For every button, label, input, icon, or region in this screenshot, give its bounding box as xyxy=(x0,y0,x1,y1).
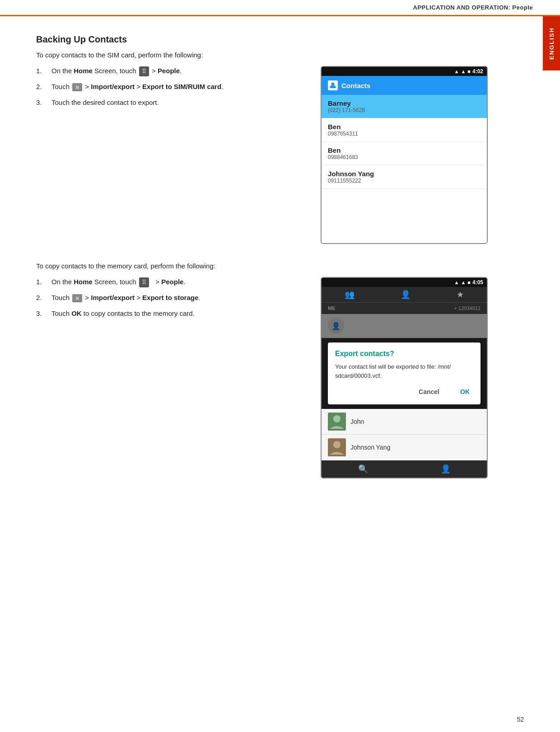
contact-phone: 09111555222 xyxy=(328,178,481,184)
step-num: 2. xyxy=(36,293,47,303)
bold-export-storage: Export to storage xyxy=(142,294,198,301)
step-text: Touch OK to copy contacts to the memory … xyxy=(51,309,307,319)
section2-steps-list: 1. On the Home Screen, touch > People. 2… xyxy=(36,277,307,319)
person-add-nav-icon: 👤 xyxy=(441,464,451,474)
person-svg xyxy=(329,82,336,89)
me-number: + 12034011 xyxy=(454,305,481,311)
section1-intro: To copy contacts to the SIM card, perfor… xyxy=(36,51,488,59)
battery-icon: ■ xyxy=(467,280,471,285)
apps-icon xyxy=(139,277,149,287)
step2-1: 1. On the Home Screen, touch > People. xyxy=(36,277,307,287)
status-bar2: ▲ ▲ ■ 4:05 xyxy=(322,278,487,287)
dialog-buttons: Cancel OK xyxy=(335,386,473,397)
phone-screenshot2: ▲ ▲ ■ 4:05 👥 👤 ★ ME + 12034011 xyxy=(321,277,488,479)
dialog-title: Export contacts? xyxy=(335,350,473,358)
section1-steps: 1. On the Home Screen, touch > People. 2… xyxy=(36,66,307,113)
star-tab-icon: ★ xyxy=(457,290,464,300)
step1-1: 1. On the Home Screen, touch > People. xyxy=(36,66,307,76)
step-num: 3. xyxy=(36,98,47,108)
contact-phone: 0987654311 xyxy=(328,131,481,137)
empty-space xyxy=(322,189,487,243)
contact-item-barney: Barney (022) 171-5628 xyxy=(322,95,487,118)
wifi-icon: ▲ xyxy=(454,69,459,74)
photo-thumb-john xyxy=(328,413,346,431)
phone-screenshot1: ▲ ▲ ■ 4:02 Contacts xyxy=(321,66,488,244)
contacts-icon xyxy=(328,80,338,90)
contact-name: Ben xyxy=(328,146,481,154)
svg-point-2 xyxy=(333,415,341,422)
step-text: Touch > Import/export > Export to storag… xyxy=(51,293,307,303)
header-title: APPLICATION AND OPERATION: People xyxy=(413,4,533,11)
clock: 4:05 xyxy=(472,279,483,286)
step-text: On the Home Screen, touch > People. xyxy=(51,277,307,287)
step1-2: 2. Touch > Import/export > Export to SIM… xyxy=(36,82,307,92)
contacts-header: Contacts xyxy=(322,76,487,95)
step2-3: 3. Touch OK to copy contacts to the memo… xyxy=(36,309,307,319)
step-num: 3. xyxy=(36,309,47,319)
dialog-body: Your contact list will be exported to fi… xyxy=(335,362,473,380)
contact-name: Johnson Yang xyxy=(328,170,481,178)
bottom-nav: 🔍 👤 xyxy=(322,460,487,478)
apps-icon xyxy=(139,66,149,76)
contact-johnson-yang: Johnson Yang xyxy=(322,435,487,460)
avatar: 👤 xyxy=(328,318,344,334)
bold-export-sim: Export to SIM/RUIM card xyxy=(142,83,221,90)
contact-item-ben2: Ben 0988461683 xyxy=(322,142,487,165)
search-nav-icon: 🔍 xyxy=(358,464,368,474)
contacts-header-label: Contacts xyxy=(341,82,370,89)
section2-steps: 1. On the Home Screen, touch > People. 2… xyxy=(36,277,307,324)
contact-item-ben1: Ben 0987654311 xyxy=(322,118,487,142)
cancel-button[interactable]: Cancel xyxy=(415,386,443,397)
me-label: ME xyxy=(328,305,336,311)
bold-people: People xyxy=(158,67,180,75)
ok-button[interactable]: OK xyxy=(457,386,473,397)
people-tab-icon: 👥 xyxy=(345,290,355,300)
step-num: 1. xyxy=(36,277,47,287)
contact-name-john: John xyxy=(350,418,364,425)
side-tab: ENGLISH xyxy=(543,16,560,70)
contact-name: Barney xyxy=(328,99,481,107)
bold-home: Home xyxy=(74,278,93,286)
menu-icon xyxy=(72,294,82,302)
battery-icon: ■ xyxy=(467,69,471,74)
screenshot2-col: ▲ ▲ ■ 4:05 👥 👤 ★ ME + 12034011 xyxy=(321,277,488,479)
step-text: Touch > Import/export > Export to SIM/RU… xyxy=(51,82,307,92)
contact-before-dialog: 👤 xyxy=(322,314,487,338)
step-text: On the Home Screen, touch > People. xyxy=(51,66,307,76)
section1: Backing Up Contacts To copy contacts to … xyxy=(36,34,488,479)
contact-list1: Barney (022) 171-5628 Ben 0987654311 Ben… xyxy=(322,95,487,243)
signal-icon: ▲ xyxy=(461,280,466,285)
photo-thumb-johnson xyxy=(328,438,346,456)
step-num: 1. xyxy=(36,66,47,76)
contact-phone: (022) 171-5628 xyxy=(328,107,481,113)
section2-intro: To copy contacts to the memory card, per… xyxy=(36,262,488,270)
section1-steps-list: 1. On the Home Screen, touch > People. 2… xyxy=(36,66,307,108)
bold-home: Home xyxy=(74,67,93,75)
contact-name-johnson: Johnson Yang xyxy=(350,444,390,451)
step1-3: 3. Touch the desired contact to export. xyxy=(36,98,307,108)
wifi-icon: ▲ xyxy=(454,280,459,285)
person-tab-icon: 👤 xyxy=(401,290,411,300)
johnson-photo-svg xyxy=(328,438,346,456)
contact-phone: 0988461683 xyxy=(328,154,481,160)
bold-people: People xyxy=(161,278,183,286)
export-dialog: Export contacts? Your contact list will … xyxy=(328,343,481,404)
main-content: Backing Up Contacts To copy contacts to … xyxy=(0,16,524,524)
menu-icon xyxy=(72,83,82,91)
section1-title: Backing Up Contacts xyxy=(36,34,488,45)
dialog-area: 👤 Export contacts? Your contact list wil… xyxy=(322,314,487,460)
tab-bar: 👥 👤 ★ xyxy=(322,287,487,303)
contact-name: Ben xyxy=(328,123,481,131)
clock: 4:02 xyxy=(472,68,483,75)
step-text: Touch the desired contact to export. xyxy=(51,98,307,108)
bold-importexport: Import/export xyxy=(91,294,135,301)
section1-content-row: 1. On the Home Screen, touch > People. 2… xyxy=(36,66,488,244)
section2-content-row: 1. On the Home Screen, touch > People. 2… xyxy=(36,277,488,479)
page-number: 52 xyxy=(517,716,524,723)
svg-point-4 xyxy=(333,441,341,448)
screenshot1-col: ▲ ▲ ■ 4:02 Contacts xyxy=(321,66,488,244)
bold-ok: OK xyxy=(71,310,82,317)
step2-2: 2. Touch > Import/export > Export to sto… xyxy=(36,293,307,303)
contact-item-johnson: Johnson Yang 09111555222 xyxy=(322,165,487,189)
me-row: ME + 12034011 xyxy=(322,303,487,314)
